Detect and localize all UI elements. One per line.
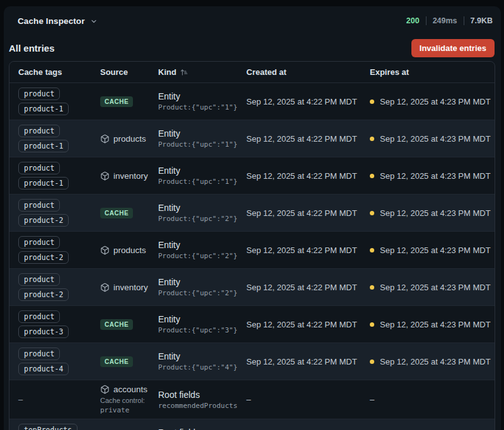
cache-inspector-panel: Cache Inspector 200 249ms 7.9KB All entr… [4,6,501,430]
table-row[interactable]: productproduct-1 CACHE Entity Product:{"… [9,83,495,120]
cache-tag: product-1 [18,177,69,190]
cache-tag: product [18,273,60,286]
expires-at-value: – [370,395,374,404]
expires-at-value: Sep 12, 2025 at 4:23 PM MDT [380,283,491,292]
table-row[interactable]: productproduct-2 CACHE Entity Product:{"… [9,195,495,232]
column-header-cache-tags[interactable]: Cache tags [18,67,100,77]
response-size: 7.9KB [471,16,493,25]
source-cell: inventory [100,283,158,292]
kind-detail: Product:{"upc":"2"} [158,215,246,223]
subgraph-name: products [113,134,146,144]
cache-tag: product [18,348,60,360]
column-header-created-at[interactable]: Created at [246,67,370,77]
kind-title: Root fields [158,427,246,430]
table-body: productproduct-1 CACHE Entity Product:{"… [9,83,495,430]
cache-tag: product-2 [18,288,69,301]
expires-at-cell: Sep 12, 2025 at 4:23 PM MDT [370,320,495,329]
cache-tag: product-1 [18,140,69,152]
column-header-kind[interactable]: Kind [158,67,246,77]
column-header-label: Expires at [370,67,409,77]
column-header-label: Cache tags [18,67,62,77]
table-row[interactable]: – accountsCache control:private Root fie… [9,380,495,419]
created-at-cell: Sep 12, 2025 at 4:22 PM MDT [246,320,370,329]
created-at-cell: Sep 12, 2025 at 4:22 PM MDT [246,97,370,106]
expires-at-cell: Sep 12, 2025 at 4:23 PM MDT [370,357,495,366]
cache-tags-cell: productproduct-3 [18,310,100,338]
created-at-cell: Sep 12, 2025 at 4:22 PM MDT [246,246,370,255]
expires-at-value: Sep 12, 2025 at 4:23 PM MDT [380,320,491,329]
kind-cell: Entity Product:{"upc":"1"} [158,166,246,186]
subgraph-name: products [113,246,146,255]
package-icon [100,385,110,394]
kind-cell: Entity Product:{"upc":"2"} [158,203,246,223]
source-cell: CACHE [100,208,158,218]
column-header-label: Source [100,67,128,77]
table-row[interactable]: productproduct-4 CACHE Entity Product:{"… [9,343,495,380]
package-icon [100,171,110,181]
kind-detail: Product:{"upc":"4"} [158,363,246,371]
column-header-label: Kind [158,67,176,77]
kind-title: Entity [158,351,246,361]
package-icon [100,283,110,292]
cache-tags-cell: productproduct-1 [18,162,100,190]
kind-detail: Product:{"upc":"1"} [158,103,246,111]
table-row[interactable]: productproduct-2 products Entity Product… [9,232,495,269]
column-header-source[interactable]: Source [100,67,158,77]
cache-tags-cell: – [18,395,100,404]
source-cell: CACHE [100,319,158,330]
cache-tag: product [18,125,60,137]
stat-divider [426,16,427,25]
cache-source-badge: CACHE [100,356,133,367]
kind-cell: Entity Product:{"upc":"1"} [158,128,246,149]
page-title: Cache Inspector [18,16,85,26]
cache-tag: product [18,88,60,100]
cache-tag: product [18,199,60,212]
expires-at-cell: Sep 12, 2025 at 4:23 PM MDT [370,134,495,144]
created-at-cell: Sep 12, 2025 at 4:22 PM MDT [246,357,370,366]
column-header-expires-at[interactable]: Expires at [370,67,495,77]
kind-detail: recommendedProducts [158,402,246,410]
cache-tag: product [18,162,60,174]
kind-title: Entity [158,277,246,287]
source-cell: products [100,134,158,144]
kind-detail: Product:{"upc":"3"} [158,326,246,334]
sort-ascending-icon [180,69,188,76]
cache-tags-cell: productproduct-2 [18,236,100,264]
column-header-label: Created at [246,67,287,77]
cache-inspector-dropdown[interactable]: Cache Inspector [18,16,98,26]
expires-at-cell: Sep 12, 2025 at 4:23 PM MDT [370,246,495,255]
cache-tags-cell: productproduct-2 [18,199,100,227]
cache-source-badge: CACHE [100,96,133,107]
table-row[interactable]: topProductstopProducts-5 CACHE Root fiel… [9,419,495,430]
table-row[interactable]: productproduct-2 inventory Entity Produc… [9,269,495,306]
subgraph-source: inventory [100,283,148,292]
subgraph-name: inventory [113,171,148,181]
cache-tags-cell: topProductstopProducts-5 [18,424,100,430]
table-row[interactable]: productproduct-1 inventory Entity Produc… [9,157,495,195]
source-cell: accountsCache control:private [100,385,158,414]
expires-dot-icon [370,359,374,364]
kind-title: Entity [158,203,246,213]
expires-at-value: Sep 12, 2025 at 4:23 PM MDT [380,357,491,366]
cache-tags-cell: productproduct-4 [18,348,100,375]
cache-entries-table: Cache tags Source Kind Created at Expire… [9,61,495,430]
package-icon [100,134,110,144]
table-row[interactable]: productproduct-3 CACHE Entity Product:{"… [9,306,495,343]
cache-control-value: private [100,406,129,414]
expires-at-value: Sep 12, 2025 at 4:23 PM MDT [380,171,491,181]
cache-tags-cell: productproduct-2 [18,273,100,301]
table-row[interactable]: productproduct-1 products Entity Product… [9,120,495,157]
source-cell: products [100,246,158,255]
status-code: 200 [406,16,420,25]
invalidate-entries-button[interactable]: Invalidate entries [411,39,495,57]
expires-at-value: Sep 12, 2025 at 4:23 PM MDT [380,208,491,218]
expires-at-cell: – [370,395,495,404]
expires-dot-icon [370,137,374,141]
source-cell: CACHE [100,96,158,107]
kind-title: Entity [158,314,246,324]
cache-tag: product [18,236,60,249]
cache-tags-cell: productproduct-1 [18,125,100,152]
section-heading: All entries [9,43,55,54]
kind-title: Entity [158,166,246,176]
kind-title: Entity [158,91,246,101]
